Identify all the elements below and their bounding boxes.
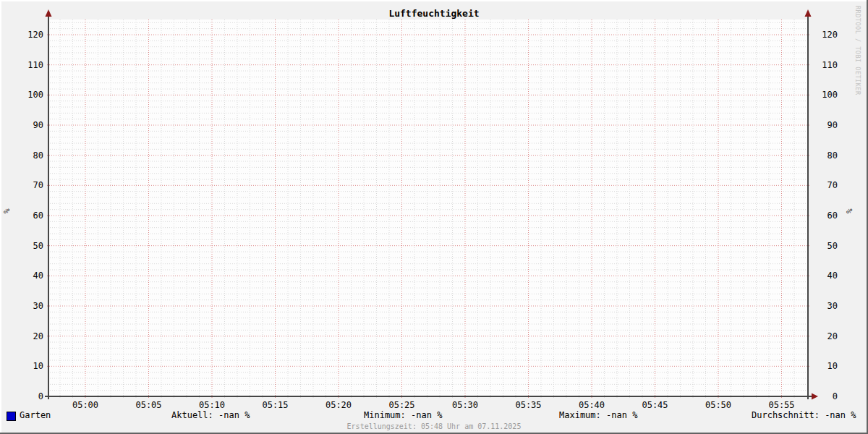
- series-label: Garten: [20, 411, 51, 420]
- stat-aktuell: Aktuell: -nan %: [171, 411, 250, 420]
- y-axis-tick-label-left: 50: [13, 241, 43, 251]
- y-axis-unit-label-right: %: [845, 203, 855, 213]
- y-axis-tick-label-right: 90: [822, 120, 838, 130]
- x-axis-tick-label: 05:05: [131, 400, 167, 410]
- y-axis-tick-label-left: 110: [13, 60, 43, 70]
- y-axis-tick-label-right: 60: [822, 210, 838, 221]
- y-axis-tick-label-left: 40: [13, 271, 43, 281]
- y-axis-tick-label-right: 120: [822, 30, 838, 40]
- stat-minimum: Minimum: -nan %: [364, 411, 442, 420]
- x-axis-tick-label: 05:45: [637, 400, 673, 410]
- x-axis-tick-label: 05:40: [574, 400, 610, 410]
- y-axis-tick-label-right: 70: [822, 180, 838, 190]
- y-axis-tick-label-right: 50: [822, 241, 838, 251]
- y-axis-tick-label-left: 120: [13, 30, 43, 40]
- y-axis-tick-label-right: 80: [822, 150, 838, 161]
- x-axis-tick-label: 05:30: [447, 400, 483, 410]
- y-axis-tick-label-left: 70: [13, 180, 43, 190]
- y-axis-tick-label-right: 40: [822, 271, 838, 281]
- x-axis-tick-label: 05:15: [258, 400, 294, 410]
- x-axis-tick-label: 05:20: [320, 400, 357, 410]
- x-axis-tick-label: 05:25: [384, 400, 420, 410]
- y-axis-tick-label-left: 80: [13, 150, 43, 161]
- stat-maximum: Maximum: -nan %: [559, 411, 637, 420]
- y-axis-tick-label-right: 30: [822, 301, 838, 311]
- y-axis-tick-label-right: 20: [822, 331, 838, 341]
- x-axis-tick-label: 05:10: [194, 400, 230, 410]
- x-axis-tick-label: 05:50: [700, 400, 736, 410]
- y-axis-tick-label-right: 110: [822, 60, 838, 70]
- plot-grid-svg: [0, 0, 868, 434]
- y-axis-tick-label-left: 100: [13, 90, 43, 100]
- y-axis-tick-label-left: 20: [13, 331, 43, 341]
- y-axis-tick-label-left: 60: [13, 210, 43, 221]
- y-axis-tick-label-left: 10: [13, 361, 43, 371]
- rrdtool-graph: Luftfeuchtigkeit % % RRDTOOL / TOBI OETI…: [0, 0, 868, 434]
- creation-time-text: Erstellungszeit: 05:48 Uhr am 07.11.2025: [0, 422, 868, 430]
- y-axis-tick-label-left: 30: [13, 301, 43, 311]
- y-axis-tick-label-left: 90: [13, 120, 43, 130]
- y-axis-tick-label-right: 100: [822, 90, 838, 100]
- series-color-swatch: [7, 412, 16, 421]
- y-axis-tick-label-right: 10: [822, 361, 838, 371]
- x-axis-tick-label: 05:55: [764, 400, 800, 410]
- rrdtool-watermark: RRDTOOL / TOBI OETIKER: [854, 6, 861, 95]
- y-axis-unit-label-left: %: [2, 203, 12, 213]
- stat-durchschnitt: Durchschnitt: -nan %: [752, 411, 856, 420]
- x-axis-tick-label: 05:35: [511, 400, 547, 410]
- y-axis-tick-label-right: 0: [822, 391, 838, 401]
- x-axis-tick-label: 05:00: [67, 400, 103, 410]
- y-axis-tick-label-left: 0: [13, 391, 43, 401]
